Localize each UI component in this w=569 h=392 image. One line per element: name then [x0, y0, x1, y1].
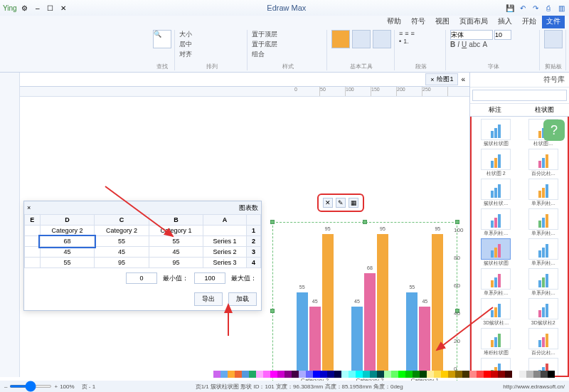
- document-tab[interactable]: × 绘图1: [425, 73, 458, 85]
- swatch[interactable]: [384, 371, 391, 378]
- swatch[interactable]: [413, 371, 420, 378]
- swatch[interactable]: [249, 371, 256, 378]
- swatch[interactable]: [242, 371, 249, 378]
- size-button[interactable]: 大小: [179, 30, 192, 39]
- swatch[interactable]: [220, 371, 228, 378]
- center-button[interactable]: 居中: [179, 40, 192, 49]
- max-input[interactable]: [194, 272, 225, 284]
- swatch[interactable]: [320, 371, 327, 378]
- libtab-callout[interactable]: 标注: [470, 104, 520, 117]
- swatch[interactable]: [448, 371, 455, 378]
- print-icon[interactable]: ⎙: [543, 3, 553, 13]
- library-item-thumb[interactable]: [481, 179, 511, 200]
- library-item-thumb[interactable]: [528, 208, 558, 230]
- swatch[interactable]: [533, 371, 541, 378]
- swatch[interactable]: [377, 371, 384, 378]
- undo-icon[interactable]: ↶: [518, 3, 528, 13]
- settings-icon[interactable]: ⚙: [20, 3, 30, 13]
- export-icon[interactable]: ▥: [556, 3, 566, 13]
- save-icon[interactable]: 💾: [505, 3, 515, 13]
- library-item-thumb[interactable]: [528, 238, 558, 260]
- tab-file[interactable]: 文件: [542, 16, 565, 28]
- float-edit-icon[interactable]: ✎: [336, 198, 346, 208]
- swatch[interactable]: [498, 371, 505, 378]
- swatch[interactable]: [519, 371, 526, 378]
- swatch[interactable]: [263, 371, 270, 378]
- swatch[interactable]: [363, 371, 370, 378]
- resize-handle[interactable]: [363, 220, 367, 224]
- tab-start[interactable]: 开始: [518, 16, 541, 28]
- align-button[interactable]: 对齐: [179, 50, 192, 59]
- italic-icon[interactable]: I: [457, 41, 459, 48]
- send-back-button[interactable]: 置于底层: [252, 40, 277, 49]
- connector-tool-icon[interactable]: [352, 30, 371, 48]
- swatch[interactable]: [277, 371, 284, 378]
- user-label[interactable]: Ying: [3, 3, 17, 13]
- strike-icon[interactable]: abc: [469, 41, 480, 48]
- group-button[interactable]: 组合: [252, 50, 277, 59]
- swatch[interactable]: [505, 371, 512, 378]
- shape-tool-icon[interactable]: [331, 30, 350, 48]
- swatch[interactable]: [455, 371, 462, 378]
- export-button[interactable]: 导出: [194, 292, 223, 306]
- font-family-select[interactable]: [450, 30, 493, 40]
- library-item-thumb[interactable]: [481, 119, 511, 140]
- swatch[interactable]: [341, 371, 349, 378]
- swatch[interactable]: [484, 371, 491, 378]
- tab-view[interactable]: 视图: [431, 16, 454, 28]
- library-item-thumb[interactable]: [481, 328, 511, 349]
- swatch[interactable]: [327, 371, 334, 378]
- swatch[interactable]: [299, 371, 306, 378]
- library-search-input[interactable]: [472, 90, 567, 101]
- bullets-icon[interactable]: •: [399, 38, 401, 45]
- zoom-in-icon[interactable]: +: [54, 383, 58, 390]
- font-size-select[interactable]: [494, 30, 511, 40]
- swatch[interactable]: [441, 371, 448, 378]
- swatch[interactable]: [213, 371, 220, 378]
- swatch[interactable]: [292, 371, 299, 378]
- zoom-control[interactable]: – + 100%: [4, 383, 75, 390]
- maximize-icon[interactable]: ☐: [46, 3, 55, 13]
- float-close-icon[interactable]: ✕: [323, 198, 333, 208]
- numbering-icon[interactable]: 1.: [403, 38, 409, 45]
- swatch[interactable]: [462, 371, 469, 378]
- paste-icon[interactable]: [544, 30, 563, 48]
- swatch[interactable]: [477, 371, 484, 378]
- library-item-thumb[interactable]: [528, 268, 558, 290]
- swatch[interactable]: [512, 371, 519, 378]
- bold-icon[interactable]: B: [450, 41, 455, 48]
- swatch[interactable]: [526, 371, 533, 378]
- swatch[interactable]: [284, 371, 292, 378]
- swatch[interactable]: [420, 371, 427, 378]
- library-item-thumb[interactable]: [528, 298, 558, 319]
- swatch[interactable]: [235, 371, 242, 378]
- swatch[interactable]: [391, 371, 398, 378]
- swatch[interactable]: [491, 371, 498, 378]
- chart-object[interactable]: 100806040200 554595456895554595 Category…: [272, 222, 457, 392]
- swatch[interactable]: [398, 371, 405, 378]
- swatch[interactable]: [427, 371, 434, 378]
- library-item-thumb[interactable]: [481, 268, 511, 290]
- library-item-thumb[interactable]: [528, 328, 558, 349]
- zoom-out-icon[interactable]: –: [4, 383, 7, 390]
- page[interactable]: ✕ ✎ ▦ 100806040200 554595456895554595 Ca…: [20, 101, 448, 377]
- swatch[interactable]: [349, 371, 356, 378]
- align-left-icon[interactable]: ≡: [399, 30, 403, 37]
- doc-tab-close-icon[interactable]: ×: [430, 76, 434, 83]
- text-tool-icon[interactable]: [373, 30, 391, 48]
- swatch[interactable]: [306, 371, 313, 378]
- tab-layout[interactable]: 页面布局: [455, 16, 492, 28]
- swatch[interactable]: [541, 371, 548, 378]
- swatch[interactable]: [434, 371, 441, 378]
- library-item-thumb[interactable]: [528, 179, 558, 200]
- swatch[interactable]: [228, 371, 235, 378]
- bring-front-button[interactable]: 置于顶层: [252, 30, 277, 39]
- swatch[interactable]: [256, 371, 263, 378]
- libtab-bar[interactable]: 柱状图: [520, 104, 570, 117]
- redo-icon[interactable]: ↷: [531, 3, 541, 13]
- swatch[interactable]: [469, 371, 477, 378]
- resize-handle[interactable]: [455, 220, 459, 224]
- tab-help[interactable]: 帮助: [383, 16, 405, 28]
- font-color-icon[interactable]: A: [482, 41, 487, 48]
- underline-icon[interactable]: U: [462, 41, 467, 48]
